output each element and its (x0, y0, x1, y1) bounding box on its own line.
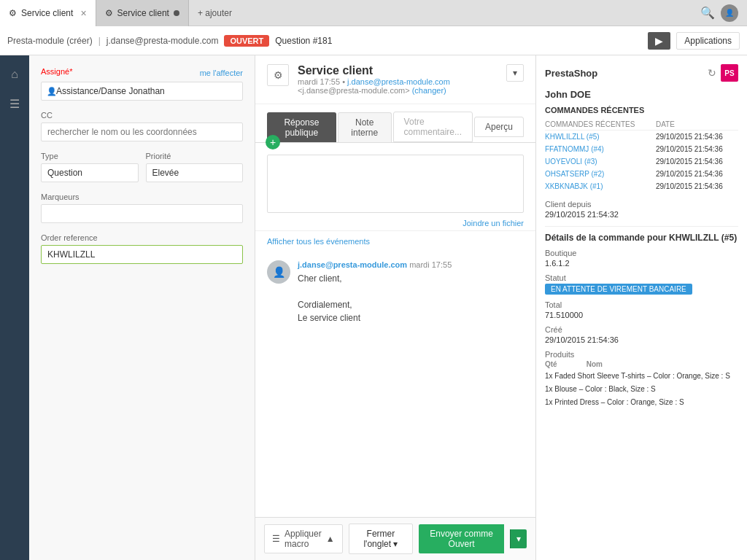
envoyer-label: Envoyer comme (430, 529, 493, 539)
tab-note-interne[interactable]: Note interne (338, 112, 392, 142)
client-since-label: Client depuis (545, 200, 738, 209)
order-ref-label: Order reference (41, 233, 243, 242)
type-label: Type (41, 152, 139, 160)
markers-input[interactable] (41, 204, 243, 223)
total-label: Total (545, 300, 738, 309)
tab-2[interactable]: ⚙ Service client (96, 0, 189, 26)
ticket-change-link[interactable]: (changer) (412, 86, 446, 95)
search-icon[interactable]: 🔍 (700, 6, 715, 20)
orders-col-ref: COMMANDES RÉCENTES (545, 119, 656, 131)
breadcrumb-bar: Presta-module (créer) | j.danse@presta-m… (0, 26, 747, 55)
markers-field-group: Marqueurs (41, 192, 243, 223)
attach-file-link[interactable]: Joindre un fichier (255, 216, 535, 230)
total-value: 71.510000 (545, 311, 738, 319)
add-reply-icon: + (270, 136, 276, 148)
add-tab-button[interactable]: + ajouter (189, 0, 241, 26)
qty-col-label: Qté (545, 360, 557, 368)
refresh-icon[interactable]: ↻ (708, 67, 716, 79)
ticket-title: Service client (298, 64, 498, 77)
ticket-info: Service client mardi 17:55 • j.danse@pre… (298, 64, 498, 95)
macro-left: ☰ Appliquer macro (272, 529, 322, 549)
message-body2: Le service client (298, 311, 524, 324)
message-body1: Cordialement, (298, 298, 524, 311)
boutique-label: Boutique (545, 249, 738, 257)
tab1-label: Service client (21, 8, 73, 18)
order-ref-link[interactable]: UOYEVOLI (#3) (545, 158, 597, 166)
breadcrumb-item-1[interactable]: Presta-module (créer) (7, 36, 93, 46)
cc-input[interactable] (41, 122, 243, 141)
tab2-icon: ⚙ (105, 8, 113, 18)
message-body: Cher client, Cordialement, Le service cl… (298, 272, 524, 324)
assignee-person-icon: 👤 (47, 87, 57, 96)
assignee-field-group: Assigné* me l'affecter 👤 (41, 67, 243, 101)
order-date-cell: 29/10/2015 21:54:36 (656, 143, 738, 155)
order-date-cell: 29/10/2015 21:54:36 (656, 131, 738, 144)
order-ref-cell: XKBKNABJK (#1) (545, 180, 656, 192)
user-avatar[interactable]: 👤 (721, 4, 738, 22)
macro-arrow-icon: ▲ (326, 534, 335, 544)
add-reply-button[interactable]: + (266, 135, 280, 149)
close-onglet-arrow: ▾ (393, 539, 398, 549)
left-panel: Assigné* me l'affecter 👤 CC Type Priorit… (29, 55, 255, 560)
priority-input[interactable] (146, 163, 244, 182)
cc-field-group: CC (41, 111, 243, 141)
assignee-label: Assigné* (41, 67, 72, 76)
tab2-dot (174, 10, 179, 16)
order-ref-link[interactable]: OHSATSERP (#2) (545, 170, 604, 178)
ticket-dropdown-icon: ▾ (513, 68, 517, 78)
type-input[interactable] (41, 163, 139, 182)
reply-tabs: Réponse publique Note interne Votre comm… (255, 104, 535, 143)
ticket-meta: mardi 17:55 • j.danse@presta-module.com … (298, 77, 498, 95)
browser-search-area: 🔍 👤 (700, 4, 747, 22)
ticket-dropdown-button[interactable]: ▾ (506, 64, 524, 82)
name-col-label: Nom (587, 360, 603, 368)
close-onglet-label: Fermer l'onglet (363, 529, 395, 549)
main-layout: ⌂ ☰ Assigné* me l'affecter 👤 CC Type (0, 55, 747, 560)
products-header: Qté Nom (545, 360, 738, 368)
priority-field-group: Priorité (146, 152, 244, 182)
applications-button[interactable]: Applications (676, 32, 740, 50)
events-link[interactable]: Afficher tous les événements (255, 230, 535, 252)
sender-time: mardi 17:55 (409, 260, 452, 269)
breadcrumb-item-2[interactable]: j.danse@presta-module.com (107, 36, 219, 46)
order-ref-input[interactable] (41, 245, 243, 264)
envoyer-button[interactable]: Envoyer comme Ouvert (419, 524, 504, 553)
tab1-close-icon[interactable]: × (80, 7, 86, 19)
order-detail-title: Détails de la commande pour KHWLILZLL (#… (545, 233, 738, 243)
nav-arrow-button[interactable]: ▶ (648, 32, 670, 50)
assignee-input[interactable] (41, 82, 243, 101)
bottom-bar: ☰ Appliquer macro ▲ Fermer l'onglet ▾ En… (255, 517, 535, 560)
macro-select[interactable]: ☰ Appliquer macro ▲ (264, 524, 343, 553)
product-item: 1x Printed Dress – Color : Orange, Size … (545, 397, 738, 408)
sidebar-list-icon[interactable]: ☰ (1, 90, 28, 117)
ticket-email-full: <j.danse@presta-module.com> (298, 86, 410, 95)
right-panel: PrestaShop ↻ PS John DOE COMMANDES RÉCEN… (535, 55, 747, 560)
cc-label: CC (41, 111, 243, 120)
order-ref-link[interactable]: XKBKNABJK (#1) (545, 182, 603, 190)
prestashop-logo: PS (721, 64, 738, 82)
message-avatar: 👤 (267, 260, 290, 284)
center-panel: ⚙ Service client mardi 17:55 • j.danse@p… (255, 55, 535, 560)
product-item: 1x Faded Short Sleeve T-shirts – Color :… (545, 371, 738, 381)
close-onglet-button[interactable]: Fermer l'onglet ▾ (349, 524, 414, 554)
reply-editor[interactable] (267, 155, 524, 213)
breadcrumb-item-3: Question #181 (275, 36, 332, 46)
envoyer-arrow-button[interactable]: ▾ (510, 529, 527, 548)
message-item: 👤 j.danse@presta-module.com mardi 17:55 … (267, 260, 524, 324)
right-panel-title: PrestaShop (545, 68, 597, 79)
me-link[interactable]: me l'affecter (200, 69, 243, 77)
tab-1[interactable]: ⚙ Service client × (0, 0, 96, 26)
sidebar-home-icon[interactable]: ⌂ (1, 61, 28, 88)
orders-table-row: UOYEVOLI (#3)29/10/2015 21:54:36 (545, 155, 738, 168)
message-greeting: Cher client, (298, 272, 524, 285)
tab-apercu[interactable]: Aperçu (474, 117, 524, 137)
ticket-email-link[interactable]: j.danse@presta-module.com (347, 77, 450, 86)
order-ref-cell: OHSATSERP (#2) (545, 168, 656, 180)
orders-table: COMMANDES RÉCENTES DATE KHWLILZLL (#5)29… (545, 119, 738, 192)
ticket-gear-button[interactable]: ⚙ (267, 64, 289, 86)
ticket-time: mardi 17:55 (298, 77, 340, 86)
order-date-cell: 29/10/2015 21:54:36 (656, 155, 738, 168)
sender-email: j.danse@presta-module.com (298, 260, 407, 269)
order-ref-link[interactable]: FFATNOMMJ (#4) (545, 145, 604, 153)
order-ref-link[interactable]: KHWLILZLL (#5) (545, 133, 600, 141)
